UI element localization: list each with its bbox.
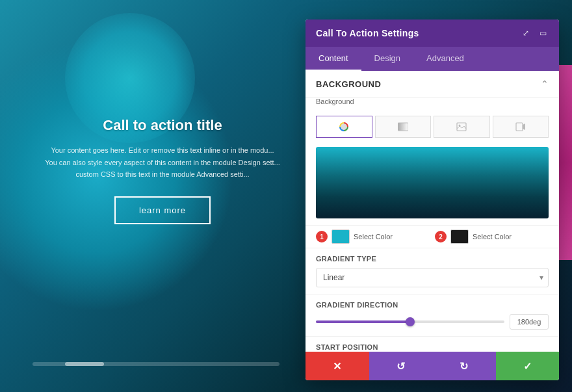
color-stop-swatch-2[interactable] (450, 229, 469, 244)
section-header-background: Background ⌃ (306, 71, 559, 98)
cta-learn-more-button[interactable]: learn more (114, 196, 211, 224)
panel-title: Call To Action Settings (316, 28, 419, 38)
svg-rect-1 (398, 123, 408, 131)
svg-rect-4 (516, 123, 523, 131)
settings-panel: Call To Action Settings ⤢ ▭ Content Desi… (306, 20, 559, 380)
bg-type-video-btn[interactable] (493, 116, 549, 138)
color-wheel-icon (339, 122, 349, 132)
gradient-direction-label: Gradient Direction (316, 301, 549, 309)
tab-advanced[interactable]: Advanced (413, 47, 477, 71)
select-color-btn-2[interactable]: Select Color (473, 233, 512, 241)
redo-button[interactable]: ↻ (432, 352, 496, 380)
video-icon (515, 122, 526, 131)
gradient-direction-track[interactable] (316, 320, 504, 323)
color-stop-swatch-1[interactable] (332, 229, 350, 244)
start-position-row: Start Position 0% (306, 337, 559, 352)
panel-header-icons: ⤢ ▭ (520, 27, 549, 39)
undo-icon: ↺ (396, 360, 405, 372)
cancel-button[interactable]: ✕ (306, 352, 369, 380)
collapse-icon[interactable]: ▭ (537, 27, 549, 39)
save-icon: ✓ (523, 360, 532, 372)
background-type-row (306, 109, 559, 143)
canvas-scrollbar[interactable] (32, 362, 280, 366)
gradient-direction-slider-row: 180deg (316, 314, 549, 330)
section-collapse-icon[interactable]: ⌃ (541, 79, 549, 89)
cta-module: Call to action title Your content goes h… (32, 117, 292, 224)
color-stop-badge-2[interactable]: 2 (435, 231, 447, 242)
background-field-label: Background (306, 98, 559, 109)
gradient-icon (398, 122, 408, 131)
gradient-type-row: Gradient Type Linear Radial ▾ (306, 248, 559, 294)
gradient-direction-thumb[interactable] (406, 317, 415, 326)
panel-footer: ✕ ↺ ↻ ✓ (306, 352, 559, 380)
color-stop-1: 1 Select Color (316, 229, 430, 244)
cta-body-line3: custom CSS to this text in the module Ad… (75, 170, 249, 178)
bg-type-image-btn[interactable] (434, 116, 490, 138)
save-button[interactable]: ✓ (496, 352, 560, 380)
panel-header: Call To Action Settings ⤢ ▭ (306, 20, 559, 47)
color-stop-2: 2 Select Color (435, 229, 549, 244)
panel-tabs: Content Design Advanced (306, 47, 559, 71)
select-color-btn-1[interactable]: Select Color (354, 233, 393, 241)
gradient-preview[interactable] (316, 147, 549, 218)
bg-type-color-btn[interactable] (316, 116, 372, 138)
gradient-type-label: Gradient Type (316, 255, 549, 263)
gradient-type-select[interactable]: Linear Radial (316, 268, 549, 287)
color-stop-badge-1[interactable]: 1 (316, 231, 328, 242)
gradient-direction-value[interactable]: 180deg (510, 314, 549, 330)
cta-title: Call to action title (32, 117, 292, 134)
canvas-scrollbar-thumb[interactable] (65, 362, 104, 366)
redo-icon: ↻ (460, 360, 468, 372)
start-position-label: Start Position (316, 343, 549, 351)
color-stops-row: 1 Select Color 2 Select Color (306, 225, 559, 248)
tab-design[interactable]: Design (361, 47, 413, 71)
image-icon (456, 122, 467, 131)
panel-body: Background ⌃ Background (306, 71, 559, 352)
cancel-icon: ✕ (333, 360, 341, 372)
tab-content[interactable]: Content (306, 47, 361, 71)
bg-type-gradient-btn[interactable] (375, 116, 432, 138)
cta-body-line1: Your content goes here. Edit or remove t… (51, 146, 274, 154)
cta-body-line2: You can also style every aspect of this … (45, 159, 280, 166)
gradient-type-select-wrapper: Linear Radial ▾ (316, 268, 549, 287)
section-title-background: Background (316, 79, 381, 89)
cta-body: Your content goes here. Edit or remove t… (32, 144, 292, 181)
gradient-direction-fill (316, 320, 410, 323)
background-section: Background ⌃ Background (306, 71, 559, 352)
undo-button[interactable]: ↺ (369, 352, 433, 380)
resize-icon[interactable]: ⤢ (520, 27, 532, 39)
gradient-direction-row: Gradient Direction 180deg (306, 294, 559, 337)
